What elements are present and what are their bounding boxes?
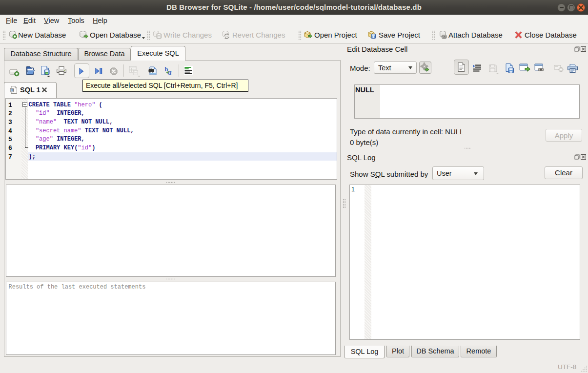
svg-text:a: a	[168, 69, 172, 76]
